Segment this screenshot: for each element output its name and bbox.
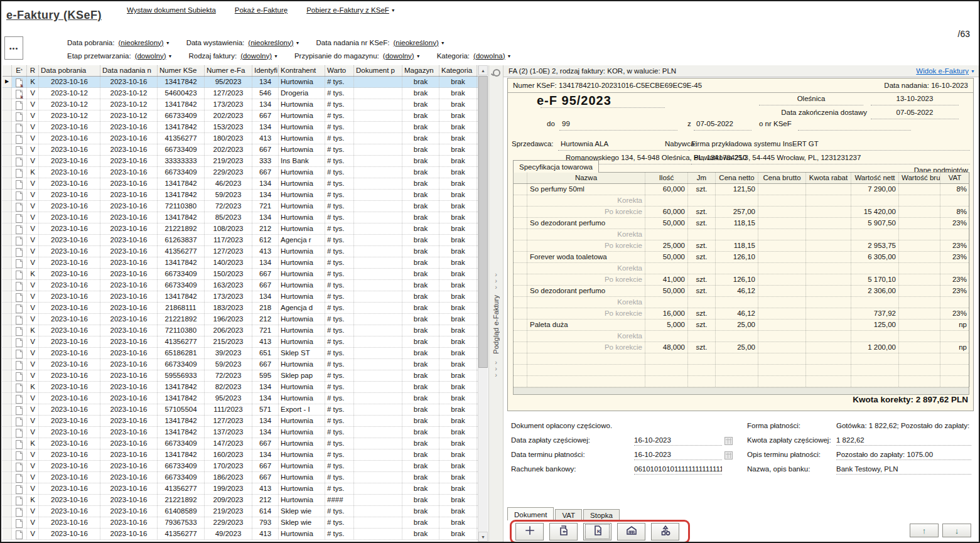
spec-row[interactable]: Forever woda toaletowa50,000szt.126,106 … (514, 252, 969, 263)
column-header-magazyn[interactable]: Magazyn (402, 65, 439, 76)
column-header-r[interactable]: R (27, 65, 39, 76)
table-row[interactable]: V2023-10-162023-10-1621868111183/2023218… (3, 303, 478, 314)
column-header-e[interactable]: E▴ (12, 65, 27, 76)
spec-row[interactable]: Korekta (514, 297, 969, 308)
scroll-up-icon[interactable]: ▲ (478, 65, 488, 75)
spec-row[interactable]: Po korekcie16,000szt.46,12737,9223% (514, 308, 969, 320)
table-row[interactable]: K2023-10-162023-10-1621221892209/2023212… (3, 495, 478, 506)
table-row[interactable]: V2023-10-162023-10-1661408589219/2023614… (3, 506, 478, 517)
spec-row[interactable]: So perfumy 50ml60,000szt.121,507 290,008… (514, 184, 969, 195)
scroll-down-icon[interactable]: ▼ (478, 532, 488, 542)
spec-column-header-9[interactable]: VAT (940, 173, 970, 183)
table-row[interactable]: V2023-10-162023-10-1641356277180/2023413… (3, 133, 478, 144)
column-header-kontrahent[interactable]: Kontrahent (279, 65, 325, 76)
payment-value[interactable]: Pozostało do zapłaty: 1075.00 (836, 451, 971, 460)
table-row[interactable]: V2023-10-162023-10-1661263837117/2023612… (3, 235, 478, 246)
spec-row[interactable]: Po korekcie41,000szt.126,105 170,1023% (514, 274, 969, 286)
payment-value[interactable]: 16-10-2023 (634, 436, 722, 446)
spec-column-header-3[interactable]: Jm (688, 173, 716, 183)
payment-value[interactable]: 1 822,62 (836, 436, 971, 446)
table-row[interactable]: V2023-10-122023-10-1254600423127/2023546… (3, 88, 478, 99)
filter-value-dropdown[interactable]: (nieokreślony)▼ (248, 39, 299, 46)
header-link-2[interactable]: Pokaż e-Fakturę (235, 6, 288, 14)
column-header-identyfi[interactable]: Identyfi (252, 65, 279, 76)
table-row[interactable]: K2023-10-162023-10-1666733409150/2023667… (3, 269, 478, 280)
table-row[interactable]: ▶K2023-10-162023-10-161341784295/2023134… (3, 77, 478, 88)
payment-value[interactable]: 06101010101111111111111111 (634, 465, 722, 475)
table-row[interactable]: V2023-10-162023-10-1666733409186/2023667… (3, 472, 478, 483)
column-header-dokument-p[interactable]: Dokument p (354, 65, 402, 76)
column-header-data-pobrania[interactable]: Data pobrania (39, 65, 100, 76)
spec-row[interactable]: Po korekcie48,000szt.25,001 200,00np (514, 342, 969, 353)
table-row[interactable]: V2023-10-162023-10-1621221892108/2023212… (3, 223, 478, 235)
table-row[interactable]: V2023-10-162023-10-1666733409202/2023667… (3, 144, 478, 156)
tab-vat[interactable]: VAT (555, 509, 582, 520)
table-row[interactable]: V2023-10-162023-10-1633333333219/2023333… (3, 156, 478, 167)
table-row[interactable]: V2023-10-162023-10-1666733409163/2023667… (3, 280, 478, 291)
payment-value[interactable]: Gotówka: 1 822,62; Pozostało do zapłaty:… (836, 422, 971, 431)
table-row[interactable]: V2023-10-162023-10-166518628139/2023651S… (3, 348, 478, 359)
table-row[interactable]: K2023-10-162023-10-1672110380206/2023721… (3, 325, 478, 336)
table-row[interactable]: V2023-10-162023-10-1641356277199/2023413… (3, 483, 478, 495)
spec-row[interactable] (514, 353, 969, 365)
column-header-warto[interactable]: Warto (325, 65, 354, 76)
table-row[interactable]: K2023-10-162023-10-1666733409229/2023667… (3, 167, 478, 178)
table-row[interactable]: V2023-10-162023-10-1666733409170/2023667… (3, 461, 478, 472)
table-row[interactable]: V2023-10-162023-10-1613417842137/2023134… (3, 427, 478, 438)
table-row[interactable]: V2023-10-162023-10-1641356277215/2023413… (3, 336, 478, 348)
spec-row[interactable]: Po korekcie25,000szt.118,152 953,7523% (514, 240, 969, 252)
spec-column-header-7[interactable]: Wartość nett (851, 173, 899, 183)
spec-column-header-4[interactable]: Cena netto (716, 173, 758, 183)
calendar-icon[interactable] (724, 437, 733, 445)
column-header-numer-kse[interactable]: Numer KSe (158, 65, 205, 76)
spec-column-header-8[interactable]: Wartość brut (899, 173, 940, 183)
payment-value[interactable]: 16-10-2023 (634, 451, 722, 460)
header-link-1[interactable]: Wystaw dokument Subiekta (127, 6, 216, 14)
column-header-data-nadania-n[interactable]: Data nadania n (100, 65, 158, 76)
calendar-icon[interactable] (724, 451, 733, 460)
table-row[interactable]: V2023-10-162023-10-165955693372/2023595S… (3, 370, 478, 382)
filter-value-dropdown[interactable]: (nieokreślony)▼ (393, 39, 444, 46)
table-row[interactable]: V2023-10-162023-10-164135627749/2023413H… (3, 529, 478, 540)
categories-button[interactable] (651, 523, 679, 540)
view-efaktura-link[interactable]: Widok e-Faktury▼ (916, 67, 975, 75)
table-row[interactable]: V2023-10-162023-10-1613417842160/2023134… (3, 449, 478, 461)
next-record-button[interactable]: ↓ (942, 524, 971, 537)
filter-value-dropdown[interactable]: (dowolna)▼ (473, 52, 511, 60)
preview-splitter[interactable]: › › › Podgląd e-Faktury › › › (488, 65, 503, 543)
column-header-kategoria[interactable]: Kategoria (439, 65, 477, 76)
spec-row[interactable]: Po korekcie60,000szt.257,0015 420,008% (514, 207, 969, 218)
spec-row[interactable]: So dezodorant perfumo50,000szt.118,155 9… (514, 218, 969, 229)
filter-value-dropdown[interactable]: (dowolny)▼ (135, 52, 173, 60)
spec-row[interactable]: Korekta (514, 263, 969, 274)
spec-row[interactable]: Korekta (514, 195, 969, 207)
table-row[interactable]: V2023-10-162023-10-1679367533229/2023793… (3, 517, 478, 529)
add-button[interactable] (515, 523, 544, 540)
tab-stopka[interactable]: Stopka (583, 509, 620, 520)
spec-row[interactable]: Korekta (514, 331, 969, 342)
spec-row[interactable]: Paleta duża5,000szt.25,00125,00np (514, 320, 969, 331)
more-filters-button[interactable]: ••• (4, 36, 23, 60)
document-correction-button[interactable]: K (583, 523, 611, 540)
warehouse-button[interactable] (617, 523, 645, 540)
prev-record-button[interactable]: ↑ (910, 524, 939, 537)
table-row[interactable]: V2023-10-162023-10-161341784246/2023134H… (3, 178, 478, 190)
spec-column-header-5[interactable]: Cena brutto (758, 173, 806, 183)
payment-value[interactable]: Bank Testowy, PLN (836, 465, 971, 475)
header-link-3[interactable]: Pobierz e-Faktury z KSeF▼ (306, 6, 396, 14)
table-row[interactable]: V2023-10-122023-10-1266733409202/2023667… (3, 110, 478, 122)
tab-dokument[interactable]: Dokument (507, 507, 554, 520)
filter-value-dropdown[interactable]: (nieokreślony)▼ (118, 39, 170, 46)
copy-document-button[interactable] (549, 523, 578, 540)
spec-row[interactable]: So dezodorant perfumo50,000szt.46,122 30… (514, 286, 969, 297)
list-vertical-scrollbar[interactable]: ▲ ▼ (478, 65, 488, 542)
spec-column-header-1[interactable]: Nazwa (527, 173, 645, 183)
table-row[interactable]: V2023-10-162023-10-1613417842173/2023134… (3, 291, 478, 303)
table-row[interactable]: K2023-10-162023-10-1666733409147/2023667… (3, 438, 478, 449)
table-row[interactable]: V2023-10-162023-10-1613417842140/2023134… (3, 257, 478, 269)
spec-row[interactable] (514, 376, 969, 387)
table-row[interactable]: V2023-10-162023-10-161341784285/2023134H… (3, 212, 478, 223)
scroll-thumb[interactable] (478, 76, 488, 368)
table-row[interactable]: V2023-10-162023-10-166673340959/2023667H… (3, 359, 478, 370)
spec-row[interactable]: Korekta (514, 229, 969, 240)
